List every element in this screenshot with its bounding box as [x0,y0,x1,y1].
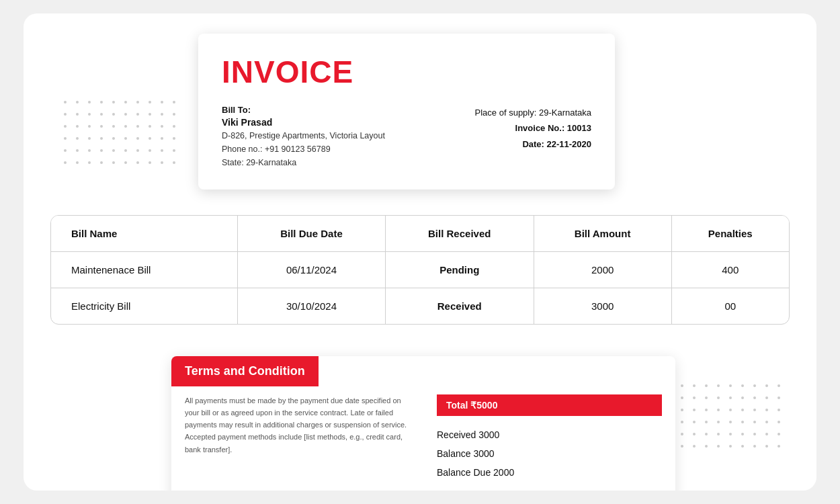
invoice-meta: Place of supply: 29-Karnataka Invoice No… [475,105,591,152]
bill-to-name: Viki Prasad [222,117,385,128]
table-row: Maintenenace Bill06/11/2024Pending200040… [51,252,789,288]
invoice-title: INVOICE [222,54,591,90]
cell-amount: 3000 [534,288,671,325]
bottom-content: All payments must be made by the payment… [171,394,675,482]
table-header-row: Bill Name Bill Due Date Bill Received Bi… [51,216,789,252]
balance-amount: Balance 3000 [437,444,662,463]
total-section: Total ₹5000 Received 3000 Balance 3000 B… [437,394,662,482]
col-bill-received: Bill Received [385,216,534,252]
cell-penalties: 400 [671,252,789,288]
terms-text: All payments must be made by the payment… [185,394,410,482]
cell-bill-name: Maintenenace Bill [51,252,238,288]
invoice-number: Invoice No.: 10013 [475,120,591,136]
cell-received-status: Pending [385,252,534,288]
total-bar: Total ₹5000 [437,394,662,416]
bill-to-label: Bill To: [222,105,385,115]
cell-due-date: 30/10/2024 [238,288,386,325]
received-amount: Received 3000 [437,425,662,444]
dot-grid-bottomright: (function() { const br = document.queryS… [669,384,783,450]
cell-amount: 2000 [534,252,671,288]
cell-due-date: 06/11/2024 [238,252,386,288]
invoice-card: INVOICE Bill To: Viki Prasad D-826, Pres… [198,34,615,190]
bill-to-state: State: 29-Karnataka [222,156,385,169]
bill-table-card: Bill Name Bill Due Date Bill Received Bi… [50,215,790,325]
col-bill-due-date: Bill Due Date [238,216,386,252]
table-row: Electricity Bill30/10/2024Received300000 [51,288,789,325]
table-body: Maintenenace Bill06/11/2024Pending200040… [51,252,789,325]
cell-penalties: 00 [671,288,789,325]
invoice-bill-section: Bill To: Viki Prasad D-826, Prestige Apa… [222,105,591,169]
col-bill-name: Bill Name [51,216,238,252]
bottom-section: Terms and Condition All payments must be… [171,356,675,491]
col-bill-amount: Bill Amount [534,216,671,252]
bill-table: Bill Name Bill Due Date Bill Received Bi… [51,216,789,324]
main-container: (function() { const tl = document.queryS… [24,13,816,491]
col-penalties: Penalties [671,216,789,252]
bill-to-block: Bill To: Viki Prasad D-826, Prestige Apa… [222,105,385,169]
place-of-supply: Place of supply: 29-Karnataka [475,105,591,120]
terms-header: Terms and Condition [171,356,319,386]
dot-grid-topleft: (function() { const tl = document.queryS… [64,101,178,167]
cell-received-status: Received [385,288,534,325]
bill-to-phone: Phone no.: +91 90123 56789 [222,142,385,156]
bill-to-address: D-826, Prestige Apartments, Victoria Lay… [222,129,385,142]
balance-due: Balance Due 2000 [437,463,662,482]
total-details: Received 3000 Balance 3000 Balance Due 2… [437,425,662,482]
cell-bill-name: Electricity Bill [51,288,238,325]
invoice-date: Date: 22-11-2020 [475,136,591,152]
